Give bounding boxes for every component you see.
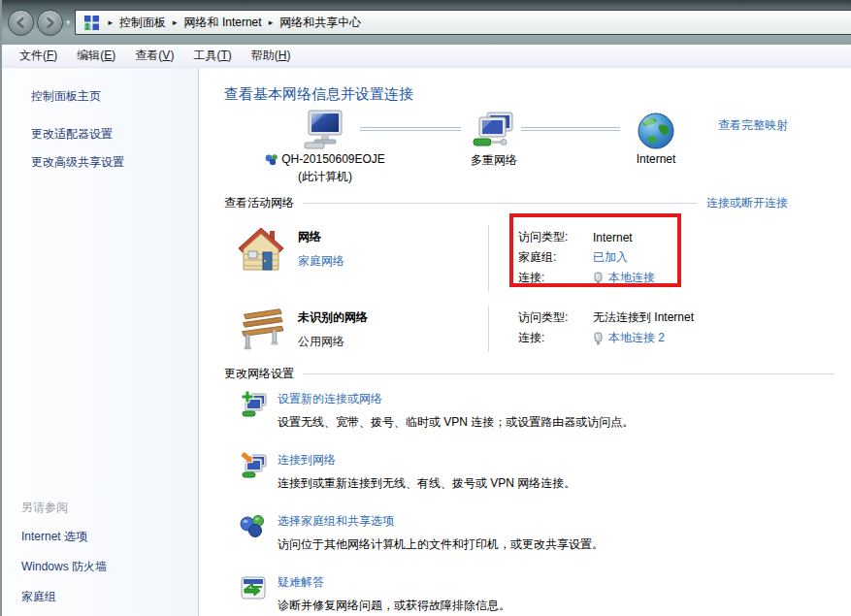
menu-tools-label-end: ) [228,49,232,62]
menu-help[interactable]: 帮助(H) [242,45,301,67]
annotation-red-box [509,213,681,287]
map-node-multiple-networks[interactable]: 多重网络 [449,108,539,169]
arrow-right-icon [43,16,57,30]
change-settings-title: 更改网络设置 [224,366,294,382]
homegroup-mini-icon [265,153,278,166]
breadcrumb-arrow-icon: ▸ [109,17,114,27]
local-connection-2-link[interactable]: 本地连接 2 [593,330,665,346]
task-title-link[interactable]: 选择家庭组和共享选项 [278,513,604,529]
sidebar-item-homegroup[interactable]: 家庭组 [2,582,198,612]
active-network-unidentified: 未识别的网络 公用网络 访问类型: 无法连接到 Internet 连接: [224,306,835,352]
sidebar: 控制面板主页 更改适配器设置 更改高级共享设置 另请参阅 Internet 选项… [2,68,199,616]
network-category: 公用网络 [298,334,488,350]
network-category-link[interactable]: 家庭网络 [298,253,488,270]
change-settings-header: 更改网络设置 [224,366,835,382]
park-bench-icon [237,306,285,352]
task-title-link[interactable]: 设置新的连接或网络 [278,391,634,406]
main-content: 查看基本网络信息并设置连接 [199,68,851,616]
ethernet-plug-icon [593,332,604,345]
task-title-link[interactable]: 疑难解答 [278,574,510,590]
task-description: 连接到或重新连接到无线、有线、拨号或 VPN 网络连接。 [278,475,575,491]
task-title-link[interactable]: 连接到网络 [278,452,575,468]
computer-icon [303,110,347,150]
map-node-this-computer[interactable]: QH-20150609EOJE (此计算机) [242,108,409,185]
menu-edit-label-end: ) [112,49,115,62]
menu-view-label: 查看( [135,49,162,62]
sidebar-item-internet-options[interactable]: Internet 选项 [2,522,198,552]
troubleshoot-icon [239,573,268,602]
network-name: 未识别的网络 [298,309,488,326]
arrow-left-icon [14,16,28,30]
menu-tools-key: T [220,49,227,62]
divider [304,203,697,204]
menu-tools[interactable]: 工具(T) [183,45,241,67]
view-full-map-link[interactable]: 查看完整映射 [718,117,788,134]
menu-help-label-end: ) [286,49,290,62]
menu-view-label-end: ) [170,49,174,62]
connect-network-icon [239,451,268,480]
multiple-networks-icon [472,112,516,150]
breadcrumb-network-sharing-center[interactable]: 网络和共享中心 [279,15,361,31]
menu-edit-label: 编辑( [77,49,104,62]
title-address-bar: ▾ ▸ 控制面板 ▸ 网络和 Internet ▸ 网络和共享中心 [2,0,851,45]
internet-globe-icon [637,112,675,150]
map-node-internet[interactable]: Internet [612,108,700,166]
access-type-value: 无法连接到 Internet [593,309,694,326]
back-button[interactable] [8,10,34,36]
menu-view[interactable]: 查看(V) [125,45,183,67]
house-icon [237,225,285,276]
task-homegroup-sharing-options[interactable]: 选择家庭组和共享选项 访问位于其他网络计算机上的文件和打印机，或更改共享设置。 [224,512,835,552]
detail-label: 访问类型: [518,309,593,326]
menu-file[interactable]: 文件(F) [10,45,67,67]
multiple-networks-label: 多重网络 [449,152,539,169]
task-description: 访问位于其他网络计算机上的文件和打印机，或更改共享设置。 [278,536,604,552]
sidebar-item-change-adapter-settings[interactable]: 更改适配器设置 [2,120,198,148]
task-connect-to-network[interactable]: 连接到网络 连接到或重新连接到无线、有线、拨号或 VPN 网络连接。 [224,451,835,491]
breadcrumb-network-internet[interactable]: 网络和 Internet [184,15,262,31]
detail-label: 连接: [518,330,593,346]
network-sharing-center-icon [83,15,100,31]
menu-tools-label: 工具( [193,49,220,62]
divider [304,373,835,374]
task-description: 设置无线、宽带、拨号、临时或 VPN 连接；或设置路由器或访问点。 [278,414,634,430]
menu-help-label: 帮助( [251,49,278,62]
address-bar[interactable]: ▸ 控制面板 ▸ 网络和 Internet ▸ 网络和共享中心 [75,10,851,35]
nav-history-dropdown-icon[interactable]: ▾ [66,17,71,27]
menu-edit[interactable]: 编辑(E) [67,45,125,67]
breadcrumb-arrow-icon: ▸ [269,17,274,27]
homegroup-icon [239,512,268,541]
connect-disconnect-link[interactable]: 连接或断开连接 [706,195,788,211]
computer-name: QH-20150609EOJE [281,152,385,166]
sidebar-item-windows-firewall[interactable]: Windows 防火墙 [2,552,198,582]
page-title: 查看基本网络信息并设置连接 [224,85,835,104]
new-connection-icon [239,390,268,419]
breadcrumb-control-panel[interactable]: 控制面板 [119,15,166,31]
task-setup-new-connection[interactable]: 设置新的连接或网络 设置无线、宽带、拨号、临时或 VPN 连接；或设置路由器或访… [224,390,835,430]
menu-file-label: 文件( [19,49,47,62]
network-name: 网络 [298,229,488,245]
active-networks-title: 查看活动网络 [224,195,294,211]
see-also-section: 另请参阅 Internet 选项 Windows 防火墙 家庭组 [2,494,198,612]
computer-sub-label: (此计算机) [242,169,409,185]
menu-bar: 文件(F) 编辑(E) 查看(V) 工具(T) 帮助(H) [2,45,851,68]
sidebar-item-change-advanced-sharing[interactable]: 更改高级共享设置 [2,148,198,177]
internet-label: Internet [612,152,700,166]
network-sharing-center-window: ▾ ▸ 控制面板 ▸ 网络和 Internet ▸ 网络和共享中心 文件(F) … [0,0,851,616]
map-connection-line [360,127,461,131]
see-also-header: 另请参阅 [2,494,198,522]
menu-file-label-end: ) [53,49,57,62]
task-description: 诊断并修复网络问题，或获得故障排除信息。 [278,598,510,613]
forward-button[interactable] [37,10,63,36]
network-details: 访问类型: 无法连接到 Internet 连接: [488,306,694,352]
map-connection-line [521,127,620,131]
task-troubleshoot[interactable]: 疑难解答 诊断并修复网络问题，或获得故障排除信息。 [224,573,835,613]
active-networks-header: 查看活动网络 连接或断开连接 [224,195,835,211]
sidebar-item-control-panel-home[interactable]: 控制面板主页 [2,82,198,111]
network-map: QH-20150609EOJE (此计算机) [224,108,835,187]
local-connection-2-label: 本地连接 2 [608,330,665,346]
breadcrumb-arrow-icon: ▸ [173,17,178,27]
